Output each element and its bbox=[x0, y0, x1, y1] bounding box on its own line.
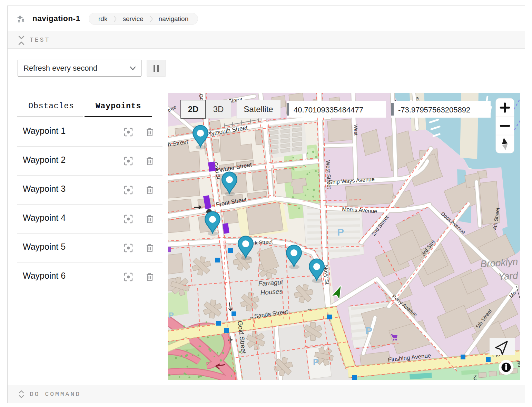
svg-text:Satellite: Satellite bbox=[244, 105, 273, 114]
svg-text:West: West bbox=[353, 125, 359, 136]
svg-text:Yard: Yard bbox=[498, 270, 519, 282]
svg-text:-73.97957563205892: -73.97957563205892 bbox=[398, 106, 470, 114]
svg-text:→: → bbox=[306, 305, 313, 312]
svg-text:2D: 2D bbox=[188, 105, 199, 114]
svg-text:3D: 3D bbox=[213, 105, 224, 114]
svg-text:P: P bbox=[313, 357, 319, 367]
svg-text:P: P bbox=[169, 311, 174, 319]
svg-text:40.70109335484477: 40.70109335484477 bbox=[294, 106, 363, 114]
svg-text:P: P bbox=[337, 226, 344, 238]
svg-text:P: P bbox=[365, 325, 372, 336]
